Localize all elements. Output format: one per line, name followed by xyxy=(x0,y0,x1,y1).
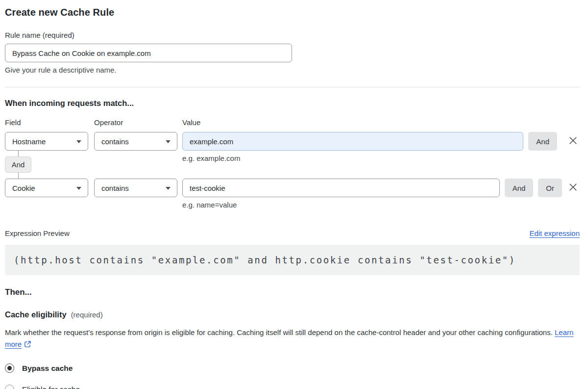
radio-unselected-icon[interactable] xyxy=(5,385,14,389)
or-button-row-2[interactable]: Or xyxy=(538,179,562,197)
value-hint-2: e.g. name=value xyxy=(182,201,580,209)
value-input-2[interactable] xyxy=(182,179,500,197)
radio-selected-icon[interactable] xyxy=(5,363,14,373)
chevron-down-icon xyxy=(166,140,171,143)
field-select-1-value: Hostname xyxy=(12,137,46,146)
connector-and-chip[interactable]: And xyxy=(5,156,31,173)
condition-column-labels: Field Operator Value xyxy=(5,118,580,127)
close-icon xyxy=(568,136,578,147)
expression-code: (http.host contains "example.com" and ht… xyxy=(14,254,571,266)
edit-expression-link[interactable]: Edit expression xyxy=(529,229,580,237)
condition-row-1: Hostname contains And xyxy=(5,132,580,151)
rule-name-label: Rule name (required) xyxy=(5,31,580,40)
operator-select-2-value: contains xyxy=(101,184,129,192)
field-column-label: Field xyxy=(5,118,94,127)
expression-preview-box: (http.host contains "example.com" and ht… xyxy=(5,245,580,275)
rule-name-help: Give your rule a descriptive name. xyxy=(5,66,580,75)
operator-column-label: Operator xyxy=(94,118,182,127)
cache-eligibility-description-text: Mark whether the request’s response from… xyxy=(5,328,553,337)
page-title: Create new Cache Rule xyxy=(5,6,580,19)
rule-name-input[interactable] xyxy=(5,44,292,62)
cache-eligibility-required: (required) xyxy=(71,311,103,319)
cache-eligibility-description: Mark whether the request’s response from… xyxy=(5,327,580,351)
condition-row-2: Cookie contains And Or xyxy=(5,179,580,197)
condition-connector-area: e.g. example.com And xyxy=(5,151,580,179)
radio-label-bypass-cache: Bypass cache xyxy=(22,364,73,373)
section-divider xyxy=(5,87,580,87)
radio-dot xyxy=(7,366,12,370)
expression-preview-label: Expression Preview xyxy=(5,229,70,238)
remove-condition-1-button[interactable] xyxy=(566,134,580,148)
expression-header: Expression Preview Edit expression xyxy=(5,229,580,238)
connector-line-bottom xyxy=(18,173,19,179)
radio-label-eligible-for-cache: Eligible for cache xyxy=(22,385,80,389)
cache-eligibility-heading-row: Cache eligibility (required) xyxy=(5,310,580,319)
radio-option-eligible-for-cache[interactable]: Eligible for cache xyxy=(5,385,580,389)
external-link-icon xyxy=(24,341,31,349)
connector-line-top xyxy=(18,151,19,156)
and-button-row-2[interactable]: And xyxy=(505,179,534,197)
field-select-2[interactable]: Cookie xyxy=(5,179,88,197)
remove-condition-2-button[interactable] xyxy=(566,181,580,195)
radio-option-bypass-cache[interactable]: Bypass cache xyxy=(5,363,580,373)
close-icon xyxy=(568,182,578,193)
chevron-down-icon xyxy=(166,187,171,190)
value-hint-1: e.g. example.com xyxy=(182,154,240,163)
create-cache-rule-page: Create new Cache Rule Rule name (require… xyxy=(0,0,588,389)
then-heading: Then... xyxy=(5,287,580,297)
field-select-1[interactable]: Hostname xyxy=(5,132,88,151)
operator-select-1-value: contains xyxy=(101,137,129,146)
operator-select-1[interactable]: contains xyxy=(94,132,177,151)
operator-select-2[interactable]: contains xyxy=(94,179,177,197)
connector-column: And xyxy=(5,151,31,179)
match-heading: When incoming requests match... xyxy=(5,98,580,108)
value-input-1[interactable] xyxy=(182,132,523,151)
value-column-label: Value xyxy=(182,118,200,127)
chevron-down-icon xyxy=(76,140,81,143)
field-select-2-value: Cookie xyxy=(12,184,35,192)
cache-eligibility-heading: Cache eligibility xyxy=(5,310,67,319)
chevron-down-icon xyxy=(76,187,81,190)
and-button-row-1[interactable]: And xyxy=(528,132,557,151)
